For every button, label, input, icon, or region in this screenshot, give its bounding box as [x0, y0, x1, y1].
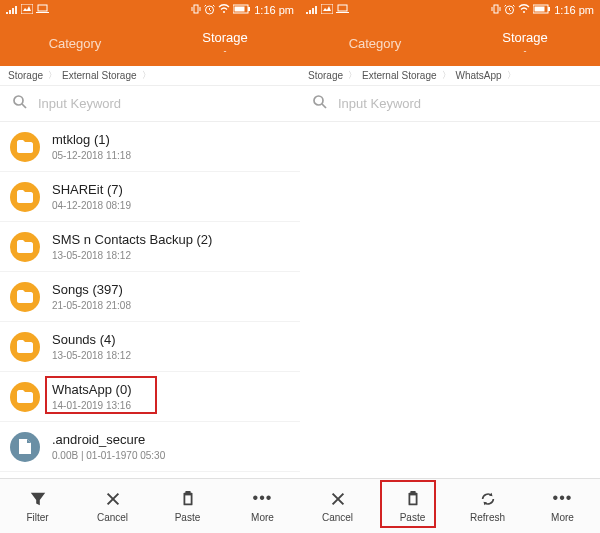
- tab-category[interactable]: Category: [300, 30, 450, 57]
- folder-icon: [10, 282, 40, 312]
- chevron-right-icon: 〉: [142, 69, 151, 82]
- image-icon: [21, 4, 33, 16]
- item-name: Sounds (4): [52, 332, 290, 349]
- search-icon: [312, 94, 328, 113]
- svg-rect-23: [410, 495, 415, 503]
- tab-category[interactable]: Category: [0, 30, 150, 57]
- svg-rect-1: [38, 5, 47, 11]
- bottom-bar: Filter Cancel Paste ••• More Cancel Past…: [0, 478, 600, 533]
- svg-rect-20: [185, 495, 190, 503]
- cancel-button[interactable]: Cancel: [75, 479, 150, 533]
- file-icon: [10, 432, 40, 462]
- item-name: .android_secure: [52, 432, 290, 449]
- breadcrumb[interactable]: Storage 〉 External Storage 〉 WhatsApp 〉: [300, 66, 600, 86]
- crumb[interactable]: Storage: [308, 70, 343, 81]
- list-item[interactable]: Songs (397) 21-05-2018 21:08: [0, 272, 300, 322]
- item-meta: 13-05-2018 18:12: [52, 350, 290, 361]
- file-list-empty: [300, 122, 600, 478]
- list-item[interactable]: .android_secure 0.00B | 01-01-1970 05:30: [0, 422, 300, 472]
- more-button[interactable]: ••• More: [225, 479, 300, 533]
- signal-icon: [6, 4, 18, 16]
- refresh-button[interactable]: Refresh: [450, 479, 525, 533]
- alarm-icon: [204, 4, 215, 17]
- svg-rect-9: [321, 4, 333, 14]
- item-meta: 14-01-2019 13:16: [52, 400, 290, 411]
- paste-button[interactable]: Paste: [375, 479, 450, 533]
- list-item[interactable]: Sounds (4) 13-05-2018 18:12: [0, 322, 300, 372]
- file-list[interactable]: mtklog (1) 05-12-2018 11:18 SHAREit (7) …: [0, 122, 300, 478]
- filter-button[interactable]: Filter: [0, 479, 75, 533]
- search-row[interactable]: [0, 86, 300, 122]
- item-text: Songs (397) 21-05-2018 21:08: [52, 282, 290, 311]
- status-bar: 1:16 pm: [0, 0, 300, 20]
- tab-storage[interactable]: Storage -: [450, 24, 600, 62]
- tab-storage-sub: -: [150, 46, 300, 56]
- item-meta: 04-12-2018 08:19: [52, 200, 290, 211]
- folder-icon: [10, 382, 40, 412]
- svg-rect-15: [535, 7, 545, 12]
- cancel-label: Cancel: [97, 512, 128, 523]
- tab-storage-sub: -: [450, 46, 600, 56]
- more-label: More: [551, 512, 574, 523]
- paste-label: Paste: [175, 512, 201, 523]
- image-icon: [321, 4, 333, 16]
- svg-point-4: [223, 11, 225, 13]
- chevron-right-icon: 〉: [507, 69, 516, 82]
- list-item[interactable]: WhatsApp (0) 14-01-2019 13:16: [0, 372, 300, 422]
- item-text: WhatsApp (0) 14-01-2019 13:16: [52, 382, 290, 411]
- item-name: WhatsApp (0): [52, 382, 290, 399]
- tab-category-label: Category: [349, 36, 402, 51]
- crumb[interactable]: External Storage: [62, 70, 137, 81]
- chevron-right-icon: 〉: [348, 69, 357, 82]
- item-name: SMS n Contacts Backup (2): [52, 232, 290, 249]
- clock-text: 1:16 pm: [554, 4, 594, 16]
- svg-rect-22: [410, 490, 415, 494]
- svg-rect-6: [235, 7, 245, 12]
- crumb[interactable]: WhatsApp: [456, 70, 502, 81]
- item-text: Sounds (4) 13-05-2018 18:12: [52, 332, 290, 361]
- breadcrumb[interactable]: Storage 〉 External Storage 〉: [0, 66, 300, 86]
- item-meta: 05-12-2018 11:18: [52, 150, 290, 161]
- item-text: .android_secure 0.00B | 01-01-1970 05:30: [52, 432, 290, 461]
- vibrate-icon: [491, 4, 501, 16]
- folder-icon: [10, 332, 40, 362]
- svg-rect-16: [548, 7, 550, 11]
- header: Category Storage -: [300, 20, 600, 66]
- svg-point-8: [14, 96, 23, 105]
- filter-label: Filter: [26, 512, 48, 523]
- vibrate-icon: [191, 4, 201, 16]
- tab-storage[interactable]: Storage -: [150, 24, 300, 62]
- alarm-icon: [504, 4, 515, 17]
- chevron-right-icon: 〉: [442, 69, 451, 82]
- item-text: SMS n Contacts Backup (2) 13-05-2018 18:…: [52, 232, 290, 261]
- item-name: SHAREit (7): [52, 182, 290, 199]
- wifi-icon: [218, 4, 230, 16]
- wifi-icon: [518, 4, 530, 16]
- paste-button[interactable]: Paste: [150, 479, 225, 533]
- item-text: mtklog (1) 05-12-2018 11:18: [52, 132, 290, 161]
- svg-rect-11: [494, 5, 498, 13]
- cancel-button[interactable]: Cancel: [300, 479, 375, 533]
- item-meta: 21-05-2018 21:08: [52, 300, 290, 311]
- more-label: More: [251, 512, 274, 523]
- refresh-label: Refresh: [470, 512, 505, 523]
- status-bar: 1:16 pm: [300, 0, 600, 20]
- tab-storage-label: Storage: [502, 30, 548, 45]
- more-button[interactable]: ••• More: [525, 479, 600, 533]
- battery-icon: [533, 4, 551, 16]
- item-meta: 0.00B | 01-01-1970 05:30: [52, 450, 290, 461]
- tab-category-label: Category: [49, 36, 102, 51]
- list-item[interactable]: SHAREit (7) 04-12-2018 08:19: [0, 172, 300, 222]
- search-row[interactable]: [300, 86, 600, 122]
- left-pane: 1:16 pm Category Storage - Storage 〉 Ext…: [0, 0, 300, 478]
- list-item[interactable]: SMS n Contacts Backup (2) 13-05-2018 18:…: [0, 222, 300, 272]
- chevron-right-icon: 〉: [48, 69, 57, 82]
- more-icon: •••: [553, 490, 573, 508]
- search-input[interactable]: [338, 96, 588, 111]
- list-item[interactable]: mtklog (1) 05-12-2018 11:18: [0, 122, 300, 172]
- search-input[interactable]: [38, 96, 288, 111]
- item-meta: 13-05-2018 18:12: [52, 250, 290, 261]
- crumb[interactable]: External Storage: [362, 70, 437, 81]
- item-text: SHAREit (7) 04-12-2018 08:19: [52, 182, 290, 211]
- crumb[interactable]: Storage: [8, 70, 43, 81]
